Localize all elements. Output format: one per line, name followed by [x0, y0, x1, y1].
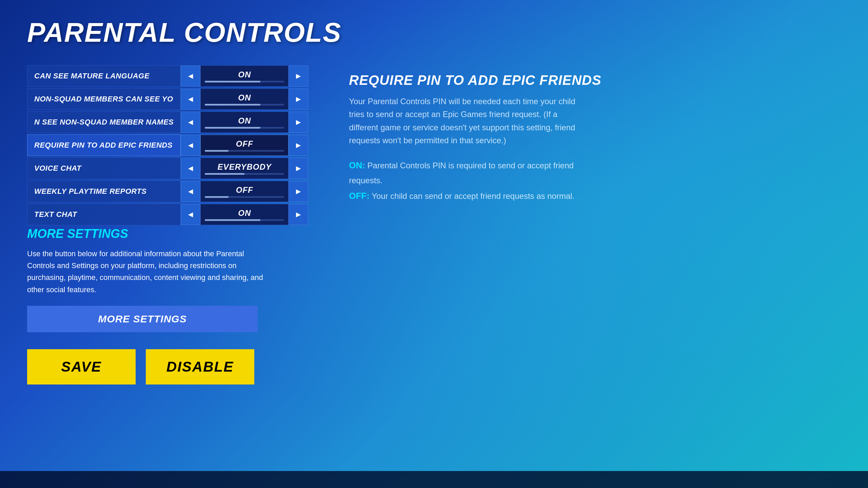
setting-label: TEXT CHAT — [27, 204, 181, 225]
value-cell: OFF — [200, 135, 289, 156]
settings-row: TEXT CHAT ◄ ON ► — [27, 204, 308, 225]
arrow-left-button[interactable]: ◄ — [181, 158, 200, 179]
arrow-right-button[interactable]: ► — [289, 112, 308, 133]
value-text: OFF — [236, 185, 253, 195]
arrow-right-button[interactable]: ► — [289, 204, 308, 225]
settings-row: WEEKLY PLAYTIME REPORTS ◄ OFF ► — [27, 181, 308, 202]
right-panel: REQUIRE PIN TO ADD EPIC FRIENDS Your Par… — [349, 65, 841, 204]
arrow-left-button[interactable]: ◄ — [181, 112, 200, 133]
settings-container: CAN SEE MATURE LANGUAGE ◄ ON ► NON-SQUAD… — [27, 65, 308, 225]
arrow-right-button[interactable]: ► — [289, 65, 308, 87]
save-button[interactable]: SAVE — [27, 349, 136, 384]
page-title: PARENTAL CONTROLS — [27, 17, 841, 48]
value-text: EVERYBODY — [218, 162, 272, 172]
info-panel-on: ON: Parental Controls PIN is required to… — [349, 157, 586, 204]
off-text: Your child can send or accept friend req… — [372, 191, 574, 201]
value-text: ON — [238, 208, 251, 218]
on-label: ON: — [349, 160, 365, 170]
value-bar-fill — [205, 196, 229, 198]
value-cell: ON — [200, 112, 289, 133]
value-bar-fill — [205, 81, 260, 82]
arrow-left-button[interactable]: ◄ — [181, 65, 200, 87]
left-panel: CAN SEE MATURE LANGUAGE ◄ ON ► NON-SQUAD… — [27, 65, 308, 384]
value-cell: EVERYBODY — [200, 158, 289, 179]
settings-row: N SEE NON-SQUAD MEMBER NAMES ◄ ON ► — [27, 111, 308, 133]
setting-label: VOICE CHAT — [27, 157, 181, 179]
setting-label: N SEE NON-SQUAD MEMBER NAMES — [27, 111, 181, 133]
value-cell: ON — [200, 204, 289, 225]
action-buttons: SAVE DISABLE — [27, 349, 308, 384]
value-text: ON — [238, 116, 251, 126]
value-bar — [205, 150, 284, 152]
info-panel-title: REQUIRE PIN TO ADD EPIC FRIENDS — [349, 72, 841, 88]
settings-row: NON-SQUAD MEMBERS CAN SEE YO ◄ ON ► — [27, 88, 308, 110]
value-text: ON — [238, 93, 251, 102]
value-cell: ON — [200, 89, 289, 110]
value-bar — [205, 81, 284, 82]
more-settings-description: Use the button below for additional info… — [27, 248, 264, 296]
value-text: OFF — [236, 139, 253, 149]
value-bar — [205, 196, 284, 198]
bottom-bar — [0, 471, 868, 488]
setting-label: CAN SEE MATURE LANGUAGE — [27, 65, 181, 87]
value-cell: OFF — [200, 181, 289, 202]
info-panel-description: Your Parental Controls PIN will be neede… — [349, 95, 586, 147]
off-label: OFF: — [349, 191, 370, 201]
value-text: ON — [238, 70, 251, 79]
settings-row: VOICE CHAT ◄ EVERYBODY ► — [27, 157, 308, 179]
value-bar — [205, 219, 284, 221]
more-settings-section: MORE SETTINGS Use the button below for a… — [27, 227, 308, 332]
value-bar-fill — [205, 127, 260, 129]
value-bar-fill — [205, 104, 260, 106]
settings-row: REQUIRE PIN TO ADD EPIC FRIENDS ◄ OFF ► — [27, 134, 308, 156]
setting-label: WEEKLY PLAYTIME REPORTS — [27, 181, 181, 202]
value-bar — [205, 104, 284, 106]
main-layout: CAN SEE MATURE LANGUAGE ◄ ON ► NON-SQUAD… — [27, 65, 841, 384]
arrow-left-button[interactable]: ◄ — [181, 181, 200, 202]
more-settings-header: MORE SETTINGS — [27, 227, 308, 241]
more-settings-button[interactable]: MORE SETTINGS — [27, 306, 258, 332]
arrow-left-button[interactable]: ◄ — [181, 204, 200, 225]
value-bar — [205, 127, 284, 129]
disable-button[interactable]: DISABLE — [146, 349, 254, 384]
setting-label: REQUIRE PIN TO ADD EPIC FRIENDS — [27, 134, 181, 156]
arrow-right-button[interactable]: ► — [289, 89, 308, 110]
value-bar-fill — [205, 173, 244, 175]
settings-row: CAN SEE MATURE LANGUAGE ◄ ON ► — [27, 65, 308, 87]
value-bar-fill — [205, 219, 260, 221]
value-bar-fill — [205, 150, 229, 152]
setting-label: NON-SQUAD MEMBERS CAN SEE YO — [27, 88, 181, 110]
arrow-right-button[interactable]: ► — [289, 158, 308, 179]
arrow-left-button[interactable]: ◄ — [181, 135, 200, 156]
arrow-right-button[interactable]: ► — [289, 135, 308, 156]
arrow-left-button[interactable]: ◄ — [181, 89, 200, 110]
on-text: Parental Controls PIN is required to sen… — [349, 161, 574, 185]
value-cell: ON — [200, 65, 289, 87]
value-bar — [205, 173, 284, 175]
arrow-right-button[interactable]: ► — [289, 181, 308, 202]
